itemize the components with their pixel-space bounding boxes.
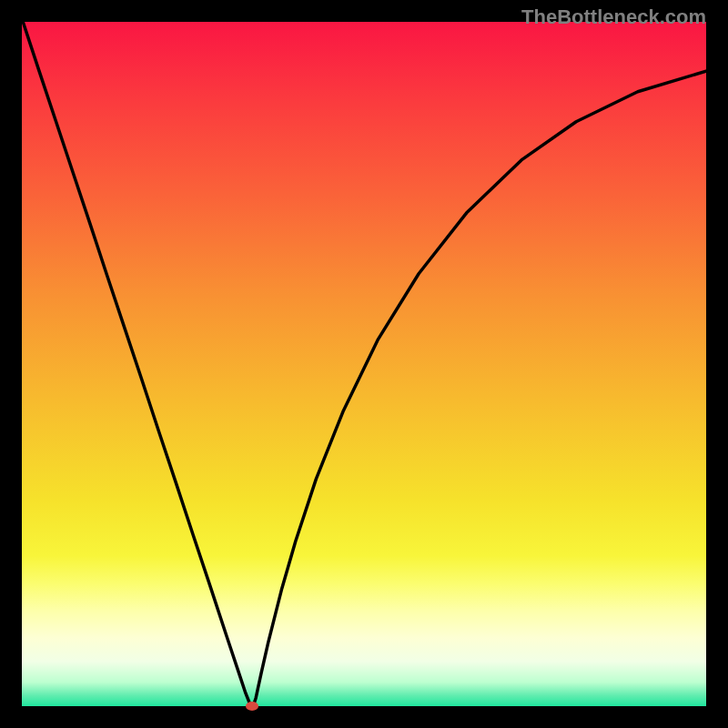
watermark-label: TheBottleneck.com (521, 5, 706, 29)
plot-area (22, 22, 706, 706)
plot-container (22, 22, 706, 706)
plot-background-gradient (22, 22, 706, 706)
optimum-marker (246, 702, 258, 711)
svg-rect-0 (22, 22, 706, 706)
